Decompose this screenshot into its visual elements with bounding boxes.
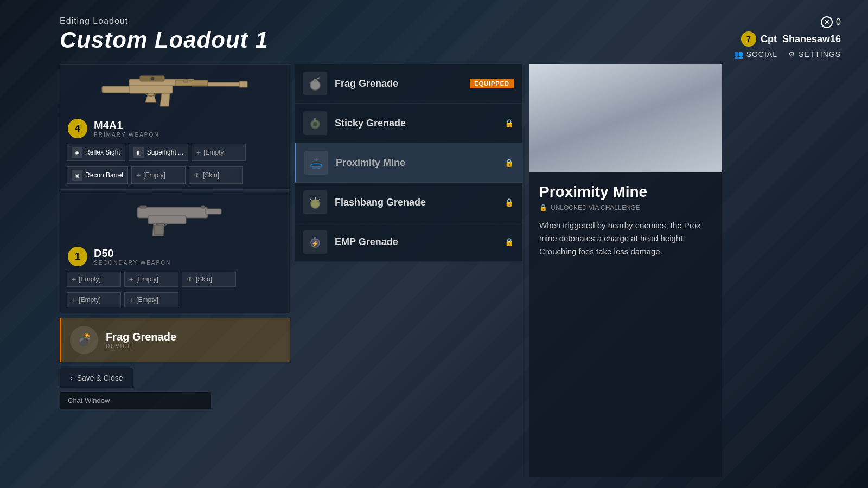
primary-attachments-row2: ◉ Recon Barrel + [Empty] 👁 [Skin] [60, 166, 290, 189]
plus-icon-4: + [129, 275, 133, 284]
empty-label-2: [Empty] [143, 171, 165, 179]
secondary-weapon-card: 1 D50 SECONDARY WEAPON + [Empty] + [Empt… [60, 192, 290, 313]
superlight-icon: ◧ [133, 147, 144, 158]
device-list-name-0: Frag Grenade [335, 78, 462, 89]
device-type: DEVICE [106, 343, 176, 349]
sec-attachment-skin[interactable]: 👁 [Skin] [182, 272, 236, 287]
svg-line-20 [317, 78, 320, 79]
editing-label: Editing Loadout [60, 16, 269, 26]
secondary-weapon-image [60, 192, 290, 241]
svg-rect-10 [183, 79, 188, 82]
svg-rect-14 [205, 209, 221, 214]
sec-skin-label: [Skin] [196, 275, 212, 283]
svg-rect-5 [239, 81, 247, 87]
svg-rect-12 [148, 216, 186, 224]
social-link[interactable]: 👥 SOCIAL [734, 50, 777, 59]
primary-weapon-card: 4 M4A1 PRIMARY WEAPON ◈ Reflex Sight ◧ S… [60, 64, 290, 190]
panel-divider [524, 64, 524, 477]
svg-rect-23 [314, 118, 316, 121]
svg-point-39 [596, 118, 656, 140]
device-list-icon-3 [303, 190, 327, 214]
plus-icon-2: + [136, 171, 141, 179]
back-arrow-icon: ‹ [70, 374, 73, 382]
pistol-image [121, 195, 229, 239]
save-close-button[interactable]: ‹ Save & Close [60, 368, 133, 388]
primary-weapon-image [60, 65, 290, 113]
user-row: 7 Cpt_Shanesaw16 [741, 31, 841, 47]
svg-rect-0 [102, 86, 132, 93]
svg-point-9 [150, 76, 155, 81]
device-icon: 💣 [70, 326, 98, 354]
currency-icon: ✕ [821, 16, 833, 28]
unlock-label: UNLOCKED VIA CHALLENGE [551, 204, 640, 211]
device-list-item-1[interactable]: Sticky Grenade🔒 [295, 104, 522, 143]
currency-amount: 0 [836, 17, 841, 27]
device-card[interactable]: 💣 Frag Grenade DEVICE [60, 318, 290, 362]
device-list-icon-4: ⚡ [303, 230, 327, 254]
device-list-name-4: EMP Grenade [335, 236, 497, 248]
secondary-slot-number: 1 [68, 247, 87, 266]
item-preview-image [529, 64, 722, 172]
username: Cpt_Shanesaw16 [761, 34, 841, 45]
svg-rect-36 [314, 237, 316, 240]
secondary-weapon-info: D50 SECONDARY WEAPON [94, 247, 171, 266]
device-list-name-2: Proximity Mine [336, 157, 497, 169]
svg-line-45 [626, 101, 634, 112]
svg-point-49 [616, 99, 619, 102]
svg-line-44 [618, 101, 626, 112]
primary-attachments-row1: ◈ Reflex Sight ◧ Superlight ... + [Empty… [60, 140, 290, 166]
device-list-icon-2 [304, 151, 328, 175]
svg-rect-15 [140, 206, 146, 208]
item-detail-info: Proximity Mine 🔒 UNLOCKED VIA CHALLENGE … [529, 172, 722, 269]
svg-point-41 [595, 129, 658, 140]
sec-empty-label-3: [Empty] [79, 296, 101, 304]
secondary-weapon-name: D50 [94, 247, 171, 260]
device-list-item-3[interactable]: Flashbang Grenade🔒 [295, 183, 522, 222]
lock-icon-2: 🔒 [505, 158, 514, 167]
svg-rect-17 [154, 225, 163, 235]
unlock-row: 🔒 UNLOCKED VIA CHALLENGE [539, 204, 712, 211]
empty-label-1: [Empty] [203, 149, 226, 156]
attachment-recon-barrel[interactable]: ◉ Recon Barrel [67, 166, 128, 184]
svg-point-48 [624, 97, 628, 100]
loadout-name: Custom Loadout 1 [60, 27, 269, 53]
lock-icon-4: 🔒 [505, 237, 514, 246]
sec-attachment-empty-1[interactable]: + [Empty] [67, 272, 121, 287]
device-list-item-2[interactable]: Proximity Mine🔒 [295, 143, 522, 183]
svg-point-40 [600, 111, 652, 142]
svg-marker-6 [160, 93, 170, 106]
attachment-empty-1[interactable]: + [Empty] [192, 144, 246, 161]
secondary-weapon-type: SECONDARY WEAPON [94, 260, 171, 266]
primary-weapon-info: M4A1 PRIMARY WEAPON [94, 119, 159, 138]
attachment-empty-2[interactable]: + [Empty] [131, 166, 186, 184]
lock-icon-3: 🔒 [505, 198, 514, 207]
attachment-skin-1[interactable]: 👁 [Skin] [189, 166, 243, 184]
device-info: Frag Grenade DEVICE [106, 331, 176, 349]
sec-attachment-empty-2[interactable]: + [Empty] [124, 272, 178, 287]
middle-panel: Frag GrenadeEQUIPPEDSticky Grenade🔒Proxi… [295, 64, 522, 477]
nav-links: 👥 SOCIAL ⚙ SETTINGS [734, 50, 841, 59]
secondary-weapon-header: 1 D50 SECONDARY WEAPON [60, 241, 290, 268]
sec-attachment-empty-3[interactable]: + [Empty] [67, 292, 121, 307]
sec-attachment-empty-4[interactable]: + [Empty] [124, 292, 178, 307]
device-list: Frag GrenadeEQUIPPEDSticky Grenade🔒Proxi… [295, 64, 522, 262]
equipped-badge-0: EQUIPPED [470, 79, 514, 88]
settings-link[interactable]: ⚙ SETTINGS [788, 50, 841, 59]
plus-icon-1: + [196, 148, 201, 157]
left-panel: 4 M4A1 PRIMARY WEAPON ◈ Reflex Sight ◧ S… [60, 64, 290, 477]
svg-line-46 [612, 105, 626, 112]
currency-row: ✕ 0 [821, 16, 841, 28]
right-panel: Proximity Mine 🔒 UNLOCKED VIA CHALLENGE … [529, 64, 722, 477]
device-name: Frag Grenade [106, 331, 176, 343]
attachment-reflex-sight[interactable]: ◈ Reflex Sight [67, 144, 125, 161]
svg-point-42 [595, 129, 658, 140]
device-list-item-4[interactable]: ⚡EMP Grenade🔒 [295, 222, 522, 262]
superlight-label: Superlight ... [147, 149, 183, 156]
device-list-item-0[interactable]: Frag GrenadeEQUIPPED [295, 64, 522, 104]
social-icon: 👥 [734, 50, 744, 59]
chat-window[interactable]: Chat Window [60, 391, 212, 409]
primary-weapon-header: 4 M4A1 PRIMARY WEAPON [60, 113, 290, 140]
recon-barrel-label: Recon Barrel [85, 171, 123, 179]
attachment-superlight[interactable]: ◧ Superlight ... [129, 144, 188, 161]
svg-point-37 [591, 127, 661, 147]
